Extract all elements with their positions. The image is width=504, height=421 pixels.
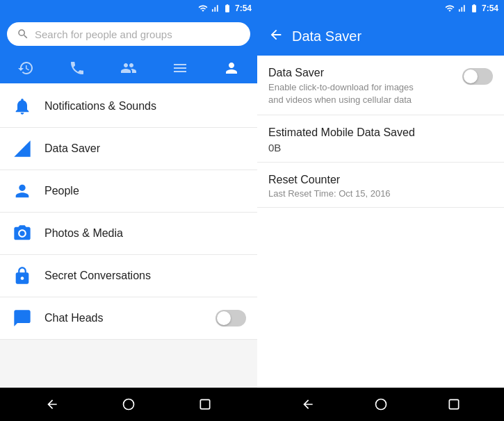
search-icon	[17, 28, 29, 40]
settings-item-data-saver[interactable]: Data Saver	[0, 128, 257, 170]
right-status-icons: 7:54	[445, 3, 498, 13]
reset-counter-title: Reset Counter	[268, 174, 493, 186]
tab-menu[interactable]	[154, 56, 206, 81]
right-recent-apps-button[interactable]	[446, 396, 462, 413]
svg-point-3	[375, 399, 386, 410]
camera-icon-wrapper	[11, 222, 33, 245]
settings-item-secret[interactable]: Secret Conversations	[0, 255, 257, 297]
chat-heads-icon	[13, 308, 32, 328]
tab-calls[interactable]	[51, 56, 103, 81]
data-saver-toggle[interactable]	[462, 68, 493, 85]
left-status-bar: 7:54	[0, 0, 257, 17]
left-bottom-bar	[0, 388, 257, 421]
right-back-button[interactable]	[268, 27, 284, 46]
right-title-bar: Data Saver	[257, 17, 504, 56]
right-content: Data Saver Enable click-to-download for …	[257, 56, 504, 388]
lock-icon-wrapper	[11, 265, 33, 287]
right-wifi-icon	[445, 3, 455, 13]
right-battery-icon	[469, 3, 480, 13]
settings-item-photos[interactable]: Photos & Media	[0, 213, 257, 255]
chat-heads-label: Chat Heads	[44, 312, 104, 324]
settings-list: Notifications & Sounds Data Saver People…	[0, 85, 257, 388]
settings-item-notifications[interactable]: Notifications & Sounds	[0, 85, 257, 128]
svg-point-1	[124, 399, 134, 410]
right-title: Data Saver	[292, 28, 361, 44]
home-button[interactable]	[120, 396, 137, 413]
left-panel: 7:54 Search for people and groups	[0, 0, 257, 421]
signal-icon	[210, 3, 220, 13]
tab-recent[interactable]	[0, 56, 51, 81]
data-saver-text-group: Data Saver Enable click-to-download for …	[268, 67, 421, 106]
data-saver-subtitle: Enable click-to-download for images and …	[268, 81, 421, 106]
camera-icon	[13, 224, 32, 243]
right-time: 7:54	[482, 3, 498, 13]
settings-item-chat-heads[interactable]: Chat Heads	[0, 297, 257, 340]
svg-rect-2	[200, 399, 209, 408]
estimated-saved-title: Estimated Mobile Data Saved	[268, 126, 493, 139]
person-icon	[13, 181, 32, 201]
right-home-button[interactable]	[373, 396, 389, 413]
right-panel: 7:54 Data Saver Data Saver Enable click-…	[257, 0, 504, 421]
right-back-nav-button[interactable]	[300, 396, 316, 413]
estimated-saved-value: 0B	[268, 142, 493, 154]
tab-profile[interactable]	[206, 56, 257, 81]
bell-icon-wrapper	[11, 95, 33, 117]
recent-apps-button[interactable]	[197, 396, 213, 413]
nav-tabs	[0, 51, 257, 85]
right-signal-icon	[457, 3, 466, 13]
reset-counter-subtitle: Last Reset Time: Oct 15, 2016	[268, 188, 493, 199]
person-icon-wrapper	[11, 180, 33, 202]
chat-heads-toggle[interactable]	[216, 310, 246, 327]
data-saver-section: Data Saver Enable click-to-download for …	[257, 56, 504, 115]
right-bottom-bar	[257, 388, 504, 421]
signal-bars-icon-wrapper	[11, 138, 33, 160]
svg-marker-0	[14, 140, 30, 156]
back-button[interactable]	[44, 396, 60, 413]
people-label: People	[44, 185, 79, 197]
search-input-wrapper[interactable]: Search for people and groups	[7, 22, 250, 46]
right-status-bar: 7:54	[257, 0, 504, 17]
estimated-saved-section: Estimated Mobile Data Saved 0B	[257, 115, 504, 163]
bell-icon	[13, 97, 32, 116]
left-time: 7:54	[235, 3, 252, 13]
reset-counter-section: Reset Counter Last Reset Time: Oct 15, 2…	[257, 163, 504, 208]
data-saver-row: Data Saver Enable click-to-download for …	[268, 67, 493, 106]
notifications-label: Notifications & Sounds	[44, 100, 156, 113]
left-status-icons: 7:54	[198, 3, 252, 13]
data-saver-label: Data Saver	[44, 142, 100, 155]
battery-icon	[222, 3, 233, 13]
photos-label: Photos & Media	[44, 227, 123, 240]
signal-bars-icon	[13, 139, 32, 158]
search-placeholder-text: Search for people and groups	[35, 28, 172, 40]
wifi-icon	[198, 3, 208, 13]
svg-rect-4	[449, 399, 458, 408]
secret-label: Secret Conversations	[44, 270, 151, 282]
tab-groups[interactable]	[103, 56, 154, 81]
lock-icon	[13, 266, 32, 286]
data-saver-section-title: Data Saver	[268, 67, 421, 79]
settings-item-people[interactable]: People	[0, 170, 257, 213]
search-bar: Search for people and groups	[0, 17, 257, 51]
chat-heads-icon-wrapper	[11, 307, 33, 329]
